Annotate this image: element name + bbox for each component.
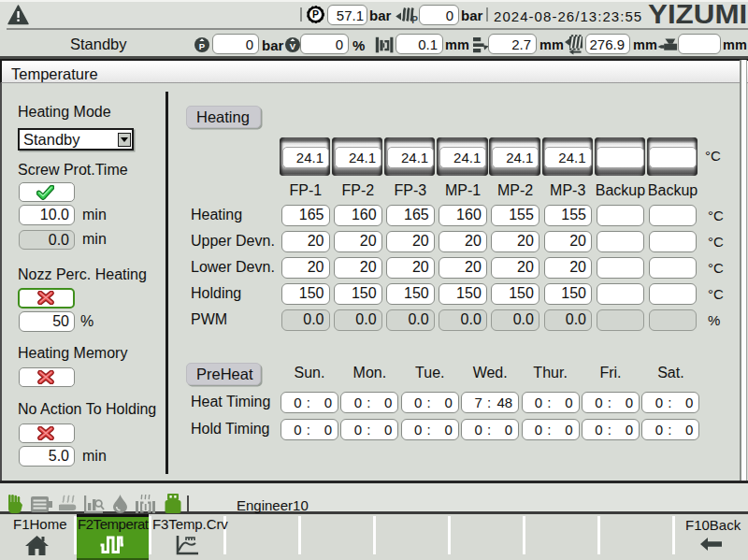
svg-text:P: P	[199, 41, 206, 51]
svg-text:V: V	[290, 41, 296, 51]
svg-text:P: P	[312, 8, 319, 20]
svg-text:P: P	[411, 15, 418, 23]
